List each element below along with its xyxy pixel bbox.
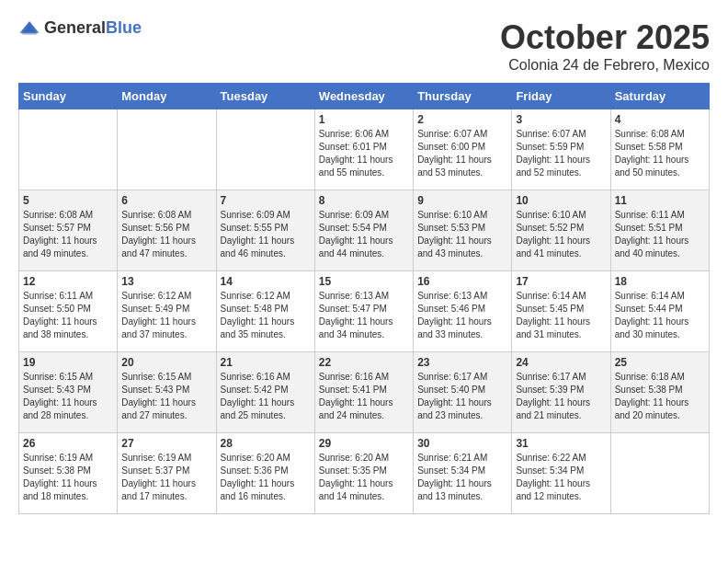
daylight-text: Daylight: 11 hours and 20 minutes. <box>615 397 689 420</box>
day-info: Sunrise: 6:17 AM Sunset: 5:39 PM Dayligh… <box>516 371 606 422</box>
sunrise-text: Sunrise: 6:21 AM <box>417 453 487 463</box>
day-info: Sunrise: 6:20 AM Sunset: 5:36 PM Dayligh… <box>221 452 311 503</box>
daylight-text: Daylight: 11 hours and 31 minutes. <box>516 316 590 339</box>
daylight-text: Daylight: 11 hours and 23 minutes. <box>417 397 492 420</box>
day-number: 8 <box>319 194 409 207</box>
sunrise-text: Sunrise: 6:19 AM <box>121 453 191 463</box>
sunrise-text: Sunrise: 6:07 AM <box>516 129 586 139</box>
calendar-cell: 23 Sunrise: 6:17 AM Sunset: 5:40 PM Dayl… <box>414 352 512 433</box>
sunrise-text: Sunrise: 6:16 AM <box>221 372 290 382</box>
calendar-cell: 19 Sunrise: 6:15 AM Sunset: 5:43 PM Dayl… <box>19 352 118 433</box>
day-number: 19 <box>23 356 113 369</box>
calendar-cell: 11 Sunrise: 6:11 AM Sunset: 5:51 PM Dayl… <box>610 190 709 271</box>
day-info: Sunrise: 6:21 AM Sunset: 5:34 PM Dayligh… <box>417 452 507 503</box>
calendar-cell: 31 Sunrise: 6:22 AM Sunset: 5:34 PM Dayl… <box>512 433 610 514</box>
day-info: Sunrise: 6:10 AM Sunset: 5:52 PM Dayligh… <box>516 209 606 260</box>
day-info: Sunrise: 6:08 AM Sunset: 5:57 PM Dayligh… <box>23 209 113 260</box>
daylight-text: Daylight: 11 hours and 21 minutes. <box>516 397 590 420</box>
day-number: 26 <box>23 437 113 450</box>
day-info: Sunrise: 6:14 AM Sunset: 5:45 PM Dayligh… <box>516 290 606 341</box>
sunset-text: Sunset: 5:39 PM <box>516 385 584 395</box>
sunset-text: Sunset: 5:50 PM <box>23 304 91 314</box>
sunset-text: Sunset: 5:34 PM <box>516 465 584 476</box>
calendar-cell: 4 Sunrise: 6:08 AM Sunset: 5:58 PM Dayli… <box>610 109 709 190</box>
day-number: 29 <box>319 437 409 450</box>
sunset-text: Sunset: 5:52 PM <box>516 223 584 233</box>
day-number: 7 <box>221 194 311 207</box>
daylight-text: Daylight: 11 hours and 47 minutes. <box>121 236 196 259</box>
sunrise-text: Sunrise: 6:08 AM <box>121 210 191 220</box>
sunset-text: Sunset: 5:47 PM <box>319 304 387 314</box>
calendar-cell: 16 Sunrise: 6:13 AM Sunset: 5:46 PM Dayl… <box>414 271 512 352</box>
day-number: 17 <box>516 275 606 288</box>
day-number: 1 <box>319 113 409 126</box>
daylight-text: Daylight: 11 hours and 12 minutes. <box>516 478 590 501</box>
sunrise-text: Sunrise: 6:08 AM <box>23 210 93 220</box>
sunrise-text: Sunrise: 6:15 AM <box>23 372 93 382</box>
daylight-text: Daylight: 11 hours and 46 minutes. <box>221 236 295 259</box>
location-subtitle: Colonia 24 de Febrero, Mexico <box>500 57 710 74</box>
calendar-cell: 17 Sunrise: 6:14 AM Sunset: 5:45 PM Dayl… <box>512 271 610 352</box>
sunrise-text: Sunrise: 6:17 AM <box>516 372 586 382</box>
sunset-text: Sunset: 6:01 PM <box>319 142 387 152</box>
sunrise-text: Sunrise: 6:20 AM <box>221 453 290 463</box>
day-number: 16 <box>417 275 507 288</box>
title-block: October 2025 Colonia 24 de Febrero, Mexi… <box>500 18 710 74</box>
calendar-cell: 7 Sunrise: 6:09 AM Sunset: 5:55 PM Dayli… <box>216 190 314 271</box>
day-info: Sunrise: 6:15 AM Sunset: 5:43 PM Dayligh… <box>23 371 113 422</box>
sunrise-text: Sunrise: 6:11 AM <box>615 210 685 220</box>
calendar-table: SundayMondayTuesdayWednesdayThursdayFrid… <box>18 83 710 514</box>
week-row-3: 12 Sunrise: 6:11 AM Sunset: 5:50 PM Dayl… <box>19 271 710 352</box>
day-info: Sunrise: 6:07 AM Sunset: 5:59 PM Dayligh… <box>516 128 606 179</box>
day-number: 18 <box>615 275 705 288</box>
sunrise-text: Sunrise: 6:12 AM <box>221 291 290 301</box>
calendar-cell: 28 Sunrise: 6:20 AM Sunset: 5:36 PM Dayl… <box>216 433 314 514</box>
calendar-cell: 14 Sunrise: 6:12 AM Sunset: 5:48 PM Dayl… <box>216 271 314 352</box>
day-number: 12 <box>23 275 113 288</box>
daylight-text: Daylight: 11 hours and 38 minutes. <box>23 316 97 339</box>
day-number: 20 <box>121 356 211 369</box>
sunset-text: Sunset: 6:00 PM <box>417 142 485 152</box>
day-info: Sunrise: 6:15 AM Sunset: 5:43 PM Dayligh… <box>121 371 211 422</box>
calendar-cell: 30 Sunrise: 6:21 AM Sunset: 5:34 PM Dayl… <box>414 433 512 514</box>
daylight-text: Daylight: 11 hours and 35 minutes. <box>221 316 295 339</box>
sunrise-text: Sunrise: 6:16 AM <box>319 372 389 382</box>
sunset-text: Sunset: 5:54 PM <box>319 223 387 233</box>
weekday-header-wednesday: Wednesday <box>314 84 413 109</box>
daylight-text: Daylight: 11 hours and 25 minutes. <box>221 397 295 420</box>
day-info: Sunrise: 6:12 AM Sunset: 5:49 PM Dayligh… <box>121 290 211 341</box>
sunset-text: Sunset: 5:43 PM <box>23 385 91 395</box>
sunset-text: Sunset: 5:58 PM <box>615 142 683 152</box>
day-number: 14 <box>221 275 311 288</box>
daylight-text: Daylight: 11 hours and 30 minutes. <box>615 316 689 339</box>
day-info: Sunrise: 6:08 AM Sunset: 5:56 PM Dayligh… <box>121 209 211 260</box>
day-info: Sunrise: 6:20 AM Sunset: 5:35 PM Dayligh… <box>319 452 409 503</box>
daylight-text: Daylight: 11 hours and 43 minutes. <box>417 236 492 259</box>
day-info: Sunrise: 6:17 AM Sunset: 5:40 PM Dayligh… <box>417 371 507 422</box>
sunset-text: Sunset: 5:38 PM <box>615 385 683 395</box>
calendar-cell: 5 Sunrise: 6:08 AM Sunset: 5:57 PM Dayli… <box>19 190 118 271</box>
daylight-text: Daylight: 11 hours and 13 minutes. <box>417 478 492 501</box>
day-number: 28 <box>221 437 311 450</box>
calendar-cell: 13 Sunrise: 6:12 AM Sunset: 5:49 PM Dayl… <box>118 271 216 352</box>
calendar-cell: 25 Sunrise: 6:18 AM Sunset: 5:38 PM Dayl… <box>610 352 709 433</box>
calendar-cell: 12 Sunrise: 6:11 AM Sunset: 5:50 PM Dayl… <box>19 271 118 352</box>
daylight-text: Daylight: 11 hours and 24 minutes. <box>319 397 393 420</box>
day-number: 11 <box>615 194 705 207</box>
weekday-header-saturday: Saturday <box>610 84 709 109</box>
sunset-text: Sunset: 5:49 PM <box>121 304 189 314</box>
day-number: 6 <box>121 194 211 207</box>
day-info: Sunrise: 6:11 AM Sunset: 5:50 PM Dayligh… <box>23 290 113 341</box>
calendar-cell: 27 Sunrise: 6:19 AM Sunset: 5:37 PM Dayl… <box>118 433 216 514</box>
sunrise-text: Sunrise: 6:12 AM <box>121 291 191 301</box>
day-info: Sunrise: 6:10 AM Sunset: 5:53 PM Dayligh… <box>417 209 507 260</box>
sunrise-text: Sunrise: 6:14 AM <box>615 291 685 301</box>
sunset-text: Sunset: 5:53 PM <box>417 223 485 233</box>
logo: GeneralBlue <box>18 18 142 38</box>
sunset-text: Sunset: 5:36 PM <box>221 465 289 476</box>
calendar-cell: 1 Sunrise: 6:06 AM Sunset: 6:01 PM Dayli… <box>314 109 413 190</box>
sunset-text: Sunset: 5:34 PM <box>417 465 485 476</box>
logo-icon <box>18 19 40 38</box>
sunset-text: Sunset: 5:57 PM <box>23 223 91 233</box>
calendar-cell: 2 Sunrise: 6:07 AM Sunset: 6:00 PM Dayli… <box>414 109 512 190</box>
